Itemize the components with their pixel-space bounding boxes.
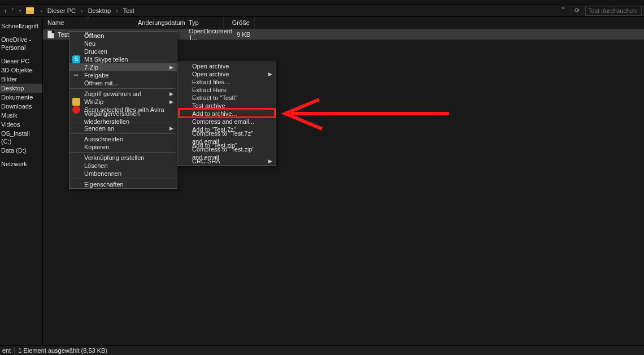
nav-forward-icon[interactable]: › bbox=[5, 7, 7, 14]
menu-delete[interactable]: Löschen bbox=[69, 162, 177, 170]
sidebar-item-3dobjects[interactable]: 3D-Objekte bbox=[0, 66, 42, 75]
menu-skype[interactable]: SMit Skype teilen bbox=[69, 55, 177, 63]
chevron-right-icon[interactable]: › bbox=[114, 7, 120, 14]
sidebar-item-thispc[interactable]: Dieser PC bbox=[0, 57, 42, 66]
winzip-icon bbox=[72, 98, 80, 106]
submenu-compress7zemail[interactable]: Compress to "Test.7z" and email bbox=[177, 133, 276, 141]
sort-asc-icon: ˄ bbox=[87, 16, 89, 21]
chevron-right-icon[interactable]: › bbox=[79, 7, 85, 14]
submenu-extractto[interactable]: Extract to "Test\" bbox=[177, 94, 276, 102]
menu-rename[interactable]: Umbenennen bbox=[69, 170, 177, 178]
menu-shortcut[interactable]: Verknüpfung erstellen bbox=[69, 154, 177, 162]
menu-open[interactable]: Öffnen bbox=[69, 32, 177, 40]
menu-winzip[interactable]: WinZip▶ bbox=[69, 98, 177, 106]
chevron-right-icon: ▶ bbox=[169, 63, 173, 71]
nav-up-icon[interactable]: ↑ bbox=[19, 7, 22, 14]
menu-7zip[interactable]: 7-Zip▶ bbox=[69, 63, 177, 71]
nav-recent-icon[interactable]: ˅ bbox=[11, 8, 14, 14]
sidebar-item-downloads[interactable]: Downloads bbox=[0, 102, 42, 111]
sidebar-item-network[interactable]: Netzwerk bbox=[0, 159, 42, 168]
menu-previousversions[interactable]: Vorgängerversionen wiederherstellen bbox=[69, 114, 177, 122]
submenu-extracthere[interactable]: Extract Here bbox=[177, 86, 276, 94]
menu-share[interactable]: ⇨Freigabe bbox=[69, 71, 177, 79]
menu-grantaccess[interactable]: Zugriff gewähren auf▶ bbox=[69, 90, 177, 98]
status-bar: ent 1 Element ausgewählt (8,53 KB) bbox=[0, 345, 644, 355]
breadcrumb-desktop[interactable]: Desktop bbox=[86, 6, 113, 15]
breadcrumb-root[interactable]: Dieser PC bbox=[45, 6, 78, 15]
sidebar: Schnellzugriff OneDrive - Personal Diese… bbox=[0, 17, 43, 345]
refresh-icon[interactable]: ⟳ bbox=[571, 7, 583, 14]
menu-new[interactable]: Neu bbox=[69, 40, 177, 47]
chevron-right-icon: ▶ bbox=[268, 70, 272, 78]
sidebar-item-data[interactable]: Data (D:) bbox=[0, 146, 42, 155]
column-headers: Name˄ Änderungsdatum Typ Größe bbox=[43, 17, 644, 29]
breadcrumb: › Dieser PC › Desktop › Test ˅ bbox=[36, 6, 568, 15]
breadcrumb-test[interactable]: Test bbox=[121, 6, 137, 15]
file-size-cell: 9 KB bbox=[224, 31, 255, 38]
file-name: Test bbox=[58, 31, 69, 38]
submenu-7zip: Open archive Open archive▶ Extract files… bbox=[177, 62, 276, 166]
status-selection: 1 Element ausgewählt (8,53 KB) bbox=[18, 347, 107, 354]
menu-copy[interactable]: Kopieren bbox=[69, 143, 177, 151]
column-date[interactable]: Änderungsdatum bbox=[133, 17, 184, 29]
submenu-openarchive-as[interactable]: Open archive▶ bbox=[177, 70, 276, 78]
menu-print[interactable]: Drucken bbox=[69, 47, 177, 55]
sidebar-item-desktop[interactable]: Desktop bbox=[0, 84, 42, 93]
search-box bbox=[585, 6, 642, 16]
submenu-compresszipemail[interactable]: Compress to "Test.zip" and email bbox=[177, 149, 276, 157]
sidebar-item-quickaccess[interactable]: Schnellzugriff bbox=[0, 21, 42, 31]
column-type[interactable]: Typ bbox=[184, 17, 224, 29]
menu-sendto[interactable]: Senden an▶ bbox=[69, 124, 177, 132]
chevron-right-icon: ▶ bbox=[169, 124, 173, 132]
context-menu: Öffnen Neu Drucken SMit Skype teilen 7-Z… bbox=[69, 31, 177, 189]
breadcrumb-expand-icon[interactable]: ˅ bbox=[558, 7, 568, 14]
folder-icon bbox=[26, 7, 34, 14]
submenu-compressemail[interactable]: Compress and email... bbox=[177, 118, 276, 125]
address-bar: › ˅ ↑ › Dieser PC › Desktop › Test ˅ ⟳ bbox=[0, 5, 644, 17]
sidebar-item-documents[interactable]: Dokumente bbox=[0, 93, 42, 102]
chevron-right-icon: ▶ bbox=[268, 157, 272, 165]
sidebar-item-pictures[interactable]: Bilder bbox=[0, 75, 42, 84]
submenu-testarchive[interactable]: Test archive bbox=[177, 102, 276, 110]
column-size[interactable]: Größe bbox=[224, 17, 255, 29]
titlebar bbox=[0, 0, 644, 5]
status-count: ent bbox=[2, 347, 11, 354]
skype-icon: S bbox=[72, 55, 80, 63]
menu-openwith[interactable]: Öffnen mit... bbox=[69, 79, 177, 87]
document-icon bbox=[47, 31, 54, 38]
menu-cut[interactable]: Ausschneiden bbox=[69, 135, 177, 143]
submenu-extractfiles[interactable]: Extract files... bbox=[177, 78, 276, 86]
share-icon: ⇨ bbox=[72, 71, 80, 79]
column-name[interactable]: Name˄ bbox=[43, 17, 133, 29]
search-input[interactable] bbox=[585, 6, 642, 16]
menu-properties[interactable]: Eigenschaften bbox=[69, 180, 177, 188]
submenu-addtoarchive[interactable]: Add to archive... bbox=[177, 110, 276, 118]
file-type-cell: OpenDocument T... bbox=[184, 28, 224, 41]
sidebar-item-music[interactable]: Musik bbox=[0, 111, 42, 120]
submenu-openarchive[interactable]: Open archive bbox=[177, 62, 276, 70]
sidebar-item-videos[interactable]: Videos bbox=[0, 120, 42, 129]
chevron-right-icon[interactable]: › bbox=[38, 7, 44, 14]
chevron-right-icon: ▶ bbox=[169, 90, 173, 98]
chevron-right-icon: ▶ bbox=[169, 98, 173, 106]
avira-icon bbox=[72, 106, 80, 114]
sidebar-item-osinstall[interactable]: OS_Install (C:) bbox=[0, 129, 42, 146]
submenu-crcsha[interactable]: CRC SHA▶ bbox=[177, 157, 276, 165]
nav-arrows: › ˅ ↑ bbox=[2, 7, 24, 14]
sidebar-item-onedrive[interactable]: OneDrive - Personal bbox=[0, 35, 42, 52]
